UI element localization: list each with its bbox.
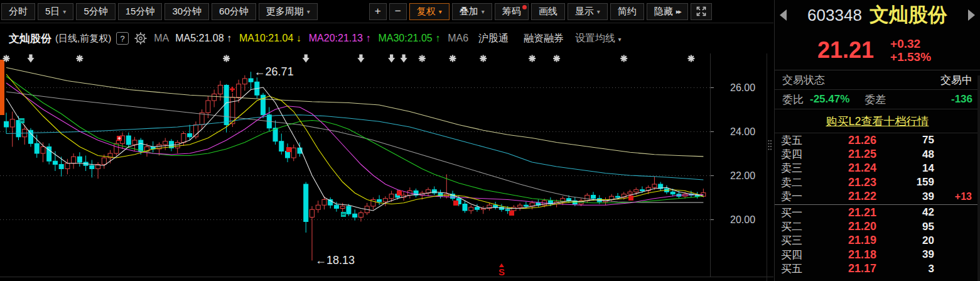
toolbar-button-chip-distribution[interactable]: 筹码: [495, 3, 529, 20]
toolbar-button-overlay[interactable]: 叠加▾: [452, 3, 492, 20]
stock-code: 603348: [807, 6, 862, 25]
ma-line-ma5: [6, 87, 703, 211]
quote-panel-header: 603348 文灿股份: [775, 0, 980, 30]
chart-stock-title: 文灿股份: [9, 31, 51, 46]
ask-volume: 48: [876, 148, 934, 161]
chevron-down-icon: ▾: [482, 8, 485, 15]
trade-status-label: 交易状态: [782, 73, 825, 87]
sell-flag-icon: [509, 211, 514, 216]
bid-volume: 20: [876, 234, 934, 247]
panel-splitter-handle[interactable]: [768, 140, 772, 150]
dividend-flower-icon: [553, 55, 560, 62]
y-axis-label: 22.00: [730, 170, 755, 181]
buy-flag-icon: [341, 212, 346, 217]
ma-values: MA5:21.08 ↑MA10:21.04 ↓MA20:21.13 ↑MA30:…: [175, 33, 448, 44]
event-plus-icon: [230, 87, 235, 92]
bid-volume: 42: [876, 206, 934, 219]
ask-row-5[interactable]: 卖五21.2675: [775, 133, 980, 147]
bid-price: 21.20: [814, 220, 876, 233]
bid-volume: 39: [876, 248, 934, 261]
bid-row-1[interactable]: 买一21.2142: [775, 206, 980, 219]
quote-panel: 603348 文灿股份 21.21 +0.32 +1.53% 交易状态 交易中 …: [774, 0, 980, 281]
ma-settings-button[interactable]: 设置均线 ▾: [575, 32, 621, 45]
dividend-flower-icon: [529, 55, 536, 62]
trade-status-row: 交易状态 交易中: [775, 70, 980, 90]
toolbar-button-sixty-min[interactable]: 60分钟: [212, 3, 256, 20]
toolbar-button-zoom-out[interactable]: −: [389, 3, 407, 20]
ask-price: 21.23: [814, 176, 876, 189]
period-toolbar: 分时5日▾5分钟15分钟30分钟60分钟更多周期▾+−复权▾叠加▾筹码画线显示▾…: [0, 0, 773, 23]
ask-level-label: 卖五: [781, 133, 814, 148]
toolbar-button-display[interactable]: 显示▾: [568, 3, 608, 20]
collapse-arrows-icon: ▸▸: [676, 8, 681, 16]
toolbar-button-minute-view[interactable]: 分时: [1, 3, 35, 20]
toolbar-button-more-periods[interactable]: 更多周期▾: [259, 3, 318, 20]
sell-flag-icon: [628, 196, 633, 201]
gear-icon[interactable]: [134, 31, 148, 45]
sell-flag-icon: [397, 190, 402, 196]
weicha-value: -136: [951, 93, 972, 106]
svg-text:S: S: [498, 267, 505, 277]
help-icon[interactable]: ?: [116, 32, 129, 45]
sell-flag-icon: [286, 147, 291, 152]
toolbar-button-thirty-min[interactable]: 30分钟: [164, 3, 209, 20]
bid-price: 21.18: [814, 248, 876, 262]
toolbar-button-fifteen-min[interactable]: 15分钟: [118, 3, 163, 20]
ma-line-ma20: [6, 83, 703, 205]
ma-line-ma10: [6, 74, 703, 209]
dividend-flower-icon: [419, 55, 426, 62]
trade-status-value: 交易中: [940, 73, 972, 87]
bid-row-5[interactable]: 买五21.173: [775, 262, 980, 276]
dividend-flower-icon: [3, 55, 10, 62]
bid-row-4[interactable]: 买四21.1839: [775, 248, 980, 262]
ask-row-1[interactable]: 卖一21.2239+13: [775, 190, 980, 204]
bid-row-2[interactable]: 买二21.2095: [775, 219, 980, 233]
toolbar-button-zoom-in[interactable]: +: [369, 3, 387, 20]
order-book: 卖五21.2675卖四21.2548卖三21.2414卖二21.23159卖一2…: [775, 133, 980, 276]
ma-line-ma60: [6, 115, 703, 180]
price-change-percent: +1.53%: [890, 50, 931, 63]
prev-stock-arrow-icon[interactable]: [780, 9, 787, 21]
panel-scrollbar[interactable]: [977, 75, 980, 281]
tab-margin-trading[interactable]: 融资融券: [524, 33, 564, 43]
ask-price: 21.22: [814, 190, 876, 203]
bid-volume: 95: [876, 221, 934, 233]
tab-hu-stock-connect[interactable]: 沪股通: [478, 33, 509, 43]
sell-flag-icon: [117, 136, 122, 141]
fullscreen-button[interactable]: [691, 3, 712, 20]
ma-line-ma120: [6, 68, 703, 157]
ex-rights-arrow-icon: [27, 55, 34, 63]
ma-value-3: MA30:21.05 ↑: [378, 33, 440, 43]
y-axis-label: 20.00: [730, 214, 755, 225]
y-axis-label: 24.00: [730, 126, 755, 137]
ask-row-3[interactable]: 卖三21.2414: [775, 162, 980, 175]
bid-level-label: 买二: [781, 219, 814, 234]
bid-level-label: 买四: [781, 248, 814, 262]
next-stock-arrow-icon[interactable]: [968, 9, 975, 21]
ma-value-2: MA20:21.13 ↑: [309, 33, 371, 43]
ask-level-label: 卖四: [781, 147, 814, 162]
ask-row-4[interactable]: 卖四21.2548: [775, 147, 980, 161]
ma-extra-label: MA6: [448, 33, 468, 44]
price-block: 21.21 +0.32 +1.53%: [775, 30, 980, 70]
l2-purchase-link[interactable]: 购买L2查看十档行情: [826, 114, 929, 129]
toolbar-button-five-day[interactable]: 5日▾: [38, 3, 73, 20]
toolbar-button-simple-mode[interactable]: 简约: [610, 3, 644, 20]
dividend-flower-icon: [620, 55, 627, 62]
ma-prefix-label: MA: [154, 33, 169, 44]
bid-level-label: 买一: [781, 206, 814, 220]
dividend-flower-icon: [450, 55, 456, 62]
toolbar-button-adjust-mode[interactable]: 复权▾: [409, 3, 450, 20]
toolbar-button-five-min[interactable]: 5分钟: [76, 3, 115, 20]
ask-level-label: 卖一: [781, 189, 814, 204]
weibi-label: 委比: [782, 92, 804, 107]
toolbar-button-draw-line[interactable]: 画线: [531, 3, 565, 20]
candlestick-chart[interactable]: 26.0024.0022.0020.00←26.71←18.13S: [0, 53, 773, 281]
toolbar-button-hide-panel[interactable]: 隐藏▸▸: [647, 3, 688, 20]
chevron-down-icon: ▾: [618, 36, 622, 43]
stock-name: 文灿股份: [870, 2, 947, 28]
ask-row-2[interactable]: 卖二21.23159: [775, 175, 980, 189]
trading-app-window: 分时5日▾5分钟15分钟30分钟60分钟更多周期▾+−复权▾叠加▾筹码画线显示▾…: [0, 0, 980, 281]
bid-row-3[interactable]: 买三21.1920: [775, 234, 980, 248]
signal-s-marker: S: [498, 263, 505, 277]
